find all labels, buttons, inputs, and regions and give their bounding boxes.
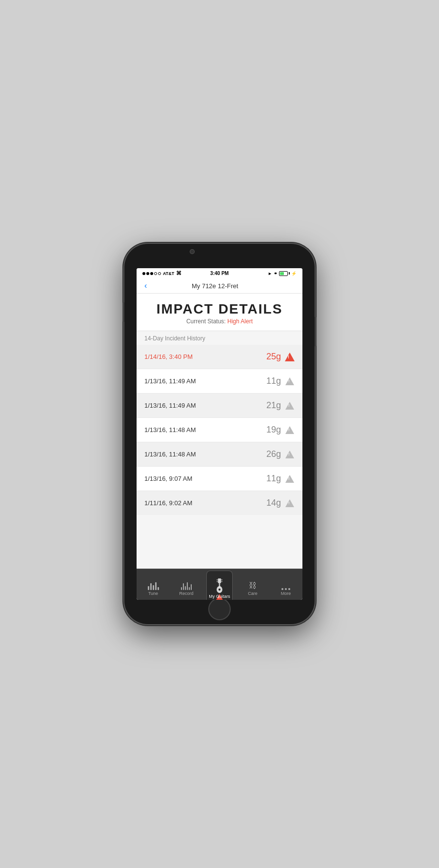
impact-header: IMPACT DETAILS Current Status: High Aler… (137, 294, 302, 331)
signal-dot-4 (154, 272, 157, 275)
svg-point-7 (219, 588, 220, 590)
triangle-icon (285, 451, 294, 458)
speaker-grill (190, 248, 249, 255)
tab-more-label: More (281, 591, 291, 596)
phone-screen: AT&T ⌘ 3:40 PM ► ⚭ ⚡ ‹ My 712e 12 (137, 268, 302, 600)
incident-right: 25g (266, 352, 295, 362)
incident-date: 1/13/16, 11:49 AM (144, 402, 196, 409)
triangle-icon (285, 377, 294, 385)
table-row[interactable]: 1/14/16, 3:40 PM 25g (137, 345, 302, 369)
impact-value: 14g (266, 498, 281, 508)
table-row[interactable]: 1/13/16, 11:48 AM 19g (137, 418, 302, 442)
guitar-icon-wrap (212, 578, 227, 593)
triangle-icon (285, 353, 295, 361)
incident-list: 1/14/16, 3:40 PM 25g 1/13/16, 11:49 AM 1… (137, 345, 302, 515)
signal-dots (142, 272, 161, 275)
svg-rect-0 (218, 578, 221, 583)
triangle-icon (285, 475, 294, 483)
guitar-svg-icon (212, 578, 227, 593)
front-camera (190, 250, 194, 254)
alert-gray-icon (285, 474, 295, 483)
signal-dot-3 (150, 272, 153, 275)
incident-date: 1/13/16, 9:07 AM (144, 475, 192, 482)
incident-right: 11g (266, 473, 295, 484)
svg-point-1 (217, 579, 218, 580)
navigation-bar: ‹ My 712e 12-Fret (137, 278, 302, 294)
alert-gray-icon (285, 401, 295, 410)
battery-body (279, 271, 288, 276)
table-row[interactable]: 1/13/16, 11:49 AM 21g (137, 394, 302, 418)
impact-value: 26g (266, 449, 281, 459)
impact-value: 11g (266, 473, 281, 484)
alert-gray-icon (285, 426, 295, 434)
table-row[interactable]: 1/11/16, 9:02 AM 14g (137, 491, 302, 515)
history-header: 14-Day Incident History (137, 331, 302, 345)
tune-bar-5 (158, 587, 159, 590)
tab-bar: Tune Record (137, 569, 302, 600)
status-time: 3:40 PM (210, 271, 229, 276)
table-row[interactable]: 1/13/16, 11:49 AM 11g (137, 369, 302, 394)
incident-right: 26g (266, 449, 295, 459)
bluetooth-icon: ⚭ (274, 271, 278, 276)
signal-dot-2 (146, 272, 149, 275)
battery-icon (279, 271, 290, 276)
tab-my-guitars[interactable]: My Guitars (203, 569, 236, 600)
wifi-icon: ⌘ (176, 270, 181, 276)
table-row[interactable]: 1/13/16, 11:48 AM 26g (137, 442, 302, 467)
tab-tune[interactable]: Tune (137, 569, 170, 600)
tab-care-label: Care (248, 591, 258, 596)
nav-title: My 712e 12-Fret (147, 282, 283, 290)
alert-gray-icon (285, 450, 295, 459)
svg-point-3 (217, 581, 218, 582)
table-row[interactable]: 1/13/16, 9:07 AM 11g (137, 467, 302, 491)
more-dots-icon (281, 588, 290, 590)
main-content: IMPACT DETAILS Current Status: High Aler… (137, 294, 302, 569)
tab-record[interactable]: Record (170, 569, 203, 600)
tune-bar-1 (148, 586, 149, 590)
tune-bar-2 (150, 583, 152, 590)
status-value: High Alert (227, 318, 253, 325)
care-icon: ⛓ (249, 581, 257, 590)
svg-point-2 (221, 579, 222, 580)
phone-device: AT&T ⌘ 3:40 PM ► ⚭ ⚡ ‹ My 712e 12 (124, 244, 315, 624)
incident-right: 21g (266, 400, 295, 411)
home-button[interactable] (208, 598, 231, 620)
carrier-label: AT&T (163, 271, 174, 276)
triangle-icon (285, 402, 294, 410)
incident-right: 11g (266, 376, 295, 386)
alert-gray-icon (285, 499, 295, 508)
tune-bar-3 (153, 585, 154, 590)
signal-dot-1 (142, 272, 145, 275)
tab-tune-label: Tune (148, 591, 158, 596)
impact-value: 19g (266, 425, 281, 435)
impact-value: 21g (266, 400, 281, 411)
triangle-icon (285, 499, 294, 507)
tab-more[interactable]: More (269, 569, 302, 600)
status-left: AT&T ⌘ (142, 270, 181, 276)
signal-dot-5 (158, 272, 161, 275)
incident-right: 14g (266, 498, 295, 508)
status-prefix: Current Status: (186, 318, 227, 325)
incident-date: 1/14/16, 3:40 PM (144, 353, 193, 360)
status-bar: AT&T ⌘ 3:40 PM ► ⚭ ⚡ (137, 268, 302, 278)
page-title: IMPACT DETAILS (140, 301, 299, 317)
impact-value: 11g (266, 376, 281, 386)
impact-value: 25g (266, 352, 281, 362)
tab-care[interactable]: ⛓ Care (236, 569, 269, 600)
battery-tip (289, 272, 290, 275)
status-line: Current Status: High Alert (140, 318, 299, 325)
incident-right: 19g (266, 425, 295, 435)
incident-date: 1/13/16, 11:49 AM (144, 377, 196, 385)
tab-record-label: Record (179, 591, 193, 596)
location-icon: ► (268, 271, 272, 276)
tune-bar-4 (155, 582, 157, 590)
incident-date: 1/13/16, 11:48 AM (144, 451, 196, 458)
triangle-icon (285, 426, 294, 434)
alert-red-icon (285, 353, 295, 361)
alert-gray-icon (285, 377, 295, 386)
status-right: ► ⚭ ⚡ (268, 271, 297, 276)
tab-my-guitars-label: My Guitars (209, 594, 230, 599)
battery-fill (280, 272, 284, 275)
incident-date: 1/11/16, 9:02 AM (144, 499, 192, 507)
record-icon (181, 581, 192, 590)
